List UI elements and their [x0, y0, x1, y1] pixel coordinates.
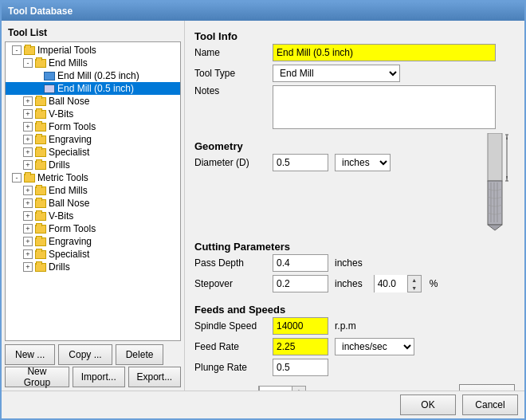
new-button[interactable]: New ...: [5, 344, 55, 365]
plunge-input[interactable]: [273, 359, 328, 376]
tree-item-m-engraving[interactable]: + Engraving: [6, 235, 180, 248]
feed-unit-select[interactable]: inches/sec mm/sec inches/min mm/min: [335, 338, 414, 355]
stepover-input[interactable]: [273, 275, 328, 292]
tree-item-m-end-mills[interactable]: + End Mills: [6, 184, 180, 197]
diameter-label: Diameter (D): [194, 157, 266, 168]
tree-item-m-form-tools[interactable]: + Form Tools: [6, 222, 180, 235]
delete-button[interactable]: Delete: [116, 344, 164, 365]
folder-icon-form-tools: [35, 123, 46, 131]
tree-item-ball-nose[interactable]: + Ball Nose: [6, 95, 180, 108]
notes-row: Notes: [194, 85, 515, 129]
expand-end-mills[interactable]: -: [23, 58, 33, 68]
expand-m-specialist[interactable]: +: [23, 249, 33, 259]
folder-icon-m-drills: [35, 263, 46, 272]
tree-item-form-tools[interactable]: + Form Tools: [6, 120, 180, 133]
import-button[interactable]: Import...: [73, 367, 125, 387]
feed-input[interactable]: [273, 338, 328, 355]
spindle-unit: r.p.m: [335, 320, 356, 332]
spindle-input[interactable]: [273, 317, 328, 335]
tree-item-em025[interactable]: End Mill (0.25 inch): [6, 69, 180, 82]
export-button[interactable]: Export...: [128, 367, 181, 387]
expand-specialist[interactable]: +: [23, 147, 33, 157]
tree-item-imperial[interactable]: - Imperial Tools: [6, 44, 180, 57]
expand-m-ball-nose[interactable]: +: [23, 198, 33, 208]
diameter-unit-select[interactable]: inches mm: [335, 154, 391, 171]
diameter-input[interactable]: [273, 154, 328, 171]
pass-depth-input[interactable]: [273, 254, 328, 272]
svg-marker-10: [506, 176, 508, 180]
cancel-button[interactable]: Cancel: [462, 394, 518, 415]
stepover-spinner-btns: ▲ ▼: [408, 276, 421, 292]
tool-type-select[interactable]: End Mill Ball Nose V-Bit Engraving Drill: [273, 65, 400, 82]
expand-v-bits[interactable]: +: [23, 109, 33, 119]
folder-icon-drills: [35, 161, 46, 170]
tree-label-m-form-tools: Form Tools: [49, 223, 96, 234]
geometry-section: Geometry Diameter (D) inches mm: [194, 137, 515, 233]
window-title: Tool Database: [8, 6, 73, 17]
tree-label-imperial: Imperial Tools: [37, 45, 96, 56]
stepover-row: Stepover inches ▲ ▼ %: [194, 275, 515, 292]
tree-item-drills[interactable]: + Drills: [6, 159, 180, 171]
plunge-row: Plunge Rate: [194, 359, 515, 376]
tree-item-m-drills[interactable]: + Drills: [6, 261, 180, 273]
expand-m-form-tools[interactable]: +: [23, 224, 33, 234]
tree-item-em05[interactable]: End Mill (0.5 inch): [6, 82, 180, 95]
new-group-button[interactable]: New Group: [5, 367, 69, 387]
expand-metric[interactable]: -: [12, 173, 22, 183]
tool-tree[interactable]: - Imperial Tools - End Mills End Mill (0…: [5, 41, 181, 341]
tree-label-em025: End Mill (0.25 inch): [57, 70, 139, 81]
tree-label-m-specialist: Specialist: [49, 249, 89, 260]
geometry-title: Geometry: [194, 140, 475, 152]
plunge-label: Plunge Rate: [194, 362, 266, 373]
tree-item-m-ball-nose[interactable]: + Ball Nose: [6, 197, 180, 210]
tree-label-metric: Metric Tools: [37, 172, 88, 183]
tree-item-metric[interactable]: - Metric Tools: [6, 171, 180, 184]
svg-rect-0: [488, 133, 502, 181]
svg-rect-1: [488, 181, 502, 225]
tree-item-engraving[interactable]: + Engraving: [6, 133, 180, 146]
expand-form-tools[interactable]: +: [23, 122, 33, 131]
folder-icon-m-end-mills: [35, 186, 46, 195]
stepover-pct-down[interactable]: ▼: [408, 284, 421, 292]
feeds-section: Feeds and Speeds Spindle Speed r.p.m Fee…: [194, 300, 515, 379]
expand-ball-nose[interactable]: +: [23, 96, 33, 106]
tree-label-m-end-mills: End Mills: [49, 185, 88, 196]
name-row: Name: [194, 44, 515, 61]
expand-drills[interactable]: +: [23, 160, 33, 170]
stepover-pct-spinner[interactable]: ▲ ▼: [374, 275, 422, 292]
name-input[interactable]: [273, 44, 496, 61]
title-bar: Tool Database: [2, 2, 524, 21]
folder-icon-m-ball-nose: [35, 199, 46, 208]
expand-imperial[interactable]: -: [12, 45, 22, 55]
tree-item-v-bits[interactable]: + V-Bits: [6, 108, 180, 120]
tool-number-row: Tool Number ▲ ▼ Apply: [194, 384, 515, 391]
tool-list-title: Tool List: [5, 27, 181, 38]
ok-button[interactable]: OK: [400, 394, 456, 415]
tree-label-m-v-bits: V-Bits: [49, 210, 73, 222]
folder-icon-specialist: [35, 148, 46, 157]
tree-label-m-engraving: Engraving: [49, 236, 92, 247]
tree-item-m-specialist[interactable]: + Specialist: [6, 248, 180, 261]
stepover-pct-input[interactable]: [375, 275, 408, 292]
stepover-pct-up[interactable]: ▲: [408, 276, 421, 284]
apply-button[interactable]: Apply: [459, 384, 515, 391]
tree-label-drills: Drills: [49, 159, 70, 171]
folder-icon-ball-nose: [35, 97, 46, 106]
stepover-unit: inches: [335, 278, 363, 289]
stepover-label: Stepover: [194, 278, 266, 289]
notes-textarea[interactable]: [273, 85, 496, 129]
expand-engraving[interactable]: +: [23, 135, 33, 144]
tree-item-m-v-bits[interactable]: + V-Bits: [6, 210, 180, 222]
tree-item-specialist[interactable]: + Specialist: [6, 146, 180, 159]
expand-m-v-bits[interactable]: +: [23, 211, 33, 221]
tool-visual: [475, 137, 515, 233]
spindle-row: Spindle Speed r.p.m: [194, 317, 515, 335]
tree-label-engraving: Engraving: [49, 134, 92, 145]
expand-m-engraving[interactable]: +: [23, 237, 33, 246]
copy-button[interactable]: Copy ...: [58, 344, 112, 365]
svg-marker-5: [488, 225, 502, 230]
expand-m-drills[interactable]: +: [23, 262, 33, 272]
pass-depth-row: Pass Depth inches: [194, 254, 515, 272]
expand-m-end-mills[interactable]: +: [23, 186, 33, 195]
tree-item-end-mills[interactable]: - End Mills: [6, 57, 180, 69]
